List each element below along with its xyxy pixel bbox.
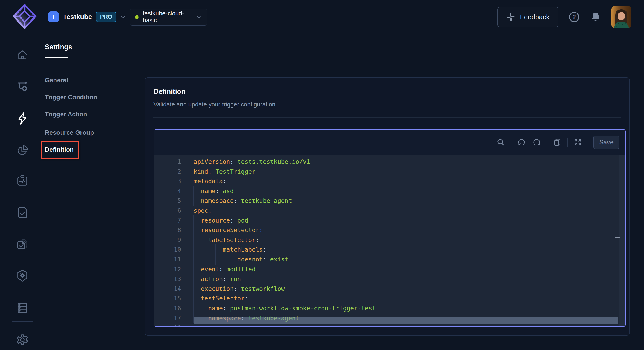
code-lines: 1apiVersion: tests.testkube.io/v12kind: …	[154, 157, 625, 326]
line-number: 7	[154, 216, 194, 226]
test-doc-icon[interactable]	[16, 206, 29, 219]
code-text: execution: testworkflow	[194, 284, 284, 294]
nav-item-general[interactable]: General	[45, 76, 68, 85]
code-line[interactable]: 2kind: TestTrigger	[154, 167, 625, 176]
code-line[interactable]: 13 action: run	[154, 274, 625, 284]
code-line[interactable]: 11 doesnot: exist	[154, 254, 625, 264]
horizontal-scrollbar[interactable]	[194, 317, 618, 324]
definition-card: Definition Validate and update your trig…	[144, 77, 630, 336]
active-tab-underline	[45, 57, 68, 58]
code-text: labelSelector:	[194, 235, 259, 245]
code-text: event: modified	[194, 264, 256, 274]
nav-item-trigger-action[interactable]: Trigger Action	[45, 110, 87, 119]
code-text: matchLabels:	[194, 245, 266, 254]
bell-icon[interactable]	[590, 11, 602, 23]
org-name: Testkube	[63, 13, 92, 20]
user-avatar[interactable]	[611, 6, 632, 28]
env-name: testkube-cloud-basic	[143, 10, 192, 24]
toolbar-separator	[511, 138, 511, 146]
code-line[interactable]: 7 resource: pod	[154, 216, 625, 226]
environment-selector[interactable]: testkube-cloud-basic	[130, 8, 208, 26]
org-switcher[interactable]: T Testkube PRO	[48, 12, 126, 22]
chevron-down-icon	[196, 15, 202, 19]
card-divider	[154, 118, 621, 118]
monitor-icon[interactable]	[16, 174, 29, 187]
line-number: 11	[154, 254, 194, 264]
nav-item-resource-group[interactable]: Resource Group	[45, 128, 94, 137]
code-line[interactable]: 10 matchLabels:	[154, 245, 625, 254]
scroll-position-marker	[615, 237, 620, 238]
code-line[interactable]: 8 resourceSelector:	[154, 225, 625, 235]
code-text: metadata:	[194, 176, 226, 186]
editor-toolbar: Save	[154, 130, 625, 155]
nav-item-trigger-condition[interactable]: Trigger Condition	[45, 93, 97, 102]
code-line[interactable]: 3metadata:	[154, 176, 625, 186]
code-line[interactable]: 9 labelSelector:	[154, 235, 625, 245]
toolbar-separator	[567, 138, 568, 146]
code-area[interactable]: 1apiVersion: tests.testkube.io/v12kind: …	[154, 155, 625, 326]
code-text: name: asd	[194, 186, 234, 196]
line-number: 5	[154, 196, 194, 206]
undo-icon[interactable]	[516, 137, 526, 148]
yaml-editor[interactable]: Save 1apiVersion: tests.testkube.io/v12k…	[154, 129, 626, 327]
line-number: 10	[154, 245, 194, 254]
svg-text:?: ?	[572, 14, 576, 20]
nav-item-definition[interactable]: Definition	[45, 145, 74, 154]
settings-section: Settings	[45, 43, 72, 58]
line-number: 2	[154, 167, 194, 176]
copy-icon[interactable]	[552, 137, 562, 148]
line-number: 12	[154, 264, 194, 274]
create-test-icon[interactable]	[16, 80, 29, 92]
line-number: 18	[154, 323, 194, 326]
code-text: resource: pod	[194, 216, 248, 226]
code-line[interactable]: 5 namespace: testkube-agent	[154, 196, 625, 206]
env-status-dot	[135, 15, 139, 19]
code-text: kind: TestTrigger	[194, 167, 256, 176]
org-avatar: T	[48, 12, 59, 22]
feedback-button[interactable]: Feedback	[498, 7, 558, 27]
line-number: 14	[154, 284, 194, 294]
code-line[interactable]: 14 execution: testworkflow	[154, 284, 625, 294]
pro-badge: PRO	[96, 12, 116, 22]
code-line[interactable]: 12 event: modified	[154, 264, 625, 274]
line-number: 15	[154, 294, 194, 304]
icon-sidebar	[0, 34, 45, 350]
toolbar-separator	[588, 138, 588, 146]
triggers-bolt-icon[interactable]	[16, 112, 29, 125]
code-line[interactable]: 16 name: postman-workflow-smoke-cron-tri…	[154, 304, 625, 313]
red-highlight-box: Definition	[40, 141, 79, 159]
settings-gear-icon[interactable]	[16, 334, 29, 346]
code-line[interactable]: 6spec:	[154, 206, 625, 216]
editor-overview-ruler[interactable]	[619, 155, 625, 326]
line-number: 6	[154, 206, 194, 216]
expand-icon[interactable]	[573, 137, 583, 148]
code-line[interactable]: 15 testSelector:	[154, 294, 625, 304]
code-text: spec:	[194, 206, 212, 216]
code-text: namespace: testkube-agent	[194, 196, 292, 206]
sidebar-divider	[12, 321, 33, 322]
code-text: resourceSelector:	[194, 225, 263, 235]
test-suites-icon[interactable]	[16, 238, 29, 250]
feedback-label: Feedback	[520, 13, 550, 21]
code-line[interactable]: 4 name: asd	[154, 186, 625, 196]
card-title: Definition	[154, 88, 621, 96]
code-text: action: run	[194, 274, 241, 284]
code-text: name: postman-workflow-smoke-cron-trigge…	[194, 304, 376, 313]
help-icon[interactable]: ?	[568, 11, 580, 23]
line-number: 1	[154, 157, 194, 167]
line-number: 3	[154, 176, 194, 186]
card-subtitle: Validate and update your trigger configu…	[154, 101, 621, 108]
server-icon[interactable]	[16, 302, 29, 314]
line-number: 4	[154, 186, 194, 196]
line-number: 13	[154, 274, 194, 284]
save-button[interactable]: Save	[593, 136, 619, 149]
search-icon[interactable]	[496, 137, 506, 148]
redo-icon[interactable]	[532, 137, 542, 148]
testkube-logo-icon[interactable]	[12, 4, 38, 30]
code-line[interactable]: 1apiVersion: tests.testkube.io/v1	[154, 157, 625, 167]
pie-chart-icon[interactable]	[16, 144, 29, 157]
code-text: testSelector:	[194, 294, 248, 304]
home-icon[interactable]	[16, 49, 29, 62]
shield-gear-icon[interactable]	[16, 270, 29, 282]
testkube-app: T Testkube PRO testkube-cloud-basic Feed…	[0, 0, 644, 350]
